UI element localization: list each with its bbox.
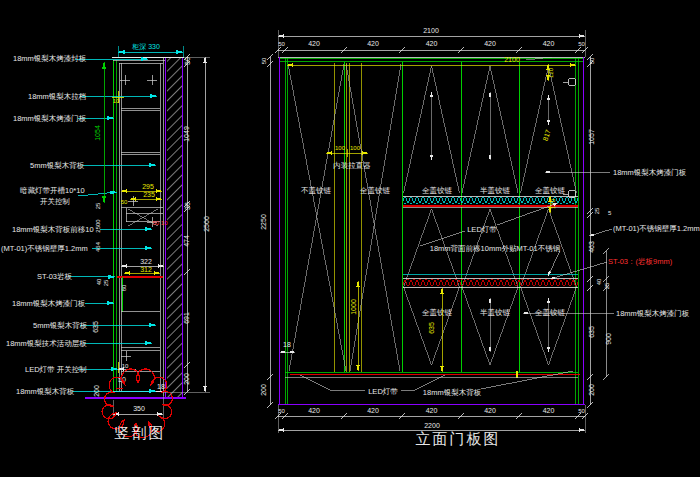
dim-bot-420-2: 420 [367, 407, 379, 414]
hinge-label-full-a: 全盖铰链 [360, 186, 391, 195]
dim-bottom-total: 2200 [424, 422, 440, 429]
hinge-label-full-b: 全盖铰链 [422, 186, 453, 195]
dim-200-elev-left: 200 [260, 384, 267, 396]
leader-label-6: 18mm银梨木背板前移10 [12, 225, 94, 234]
leader-label-10: 5mm银梨木背板 [33, 321, 88, 330]
dim-50-elev-right: 50 [589, 57, 595, 64]
led-bottom-label: LED灯带 [368, 387, 398, 396]
dim-350: 350 [133, 405, 145, 412]
dim-top-420-3: 420 [426, 40, 438, 47]
hinge-label-half-a: 半盖铰链 [480, 186, 511, 195]
dim-295: 295 [142, 183, 154, 190]
dim-100b: 100 [350, 145, 361, 151]
dim-50y: 50 [121, 199, 128, 205]
straightener-label: 内装拉直器 [333, 161, 371, 170]
dim-200-elev-right: 200 [588, 384, 595, 396]
dim-top-total: 2100 [423, 27, 439, 34]
dim-bot-50l: 50 [278, 408, 285, 414]
dim-322: 322 [140, 258, 152, 265]
dim-80: 80 [121, 284, 127, 291]
hinge-label-full-d: 全盖铰链 [422, 308, 453, 317]
dim-top-50r: 50 [578, 41, 585, 47]
dim-36: 36 [184, 202, 191, 210]
leader-label-9: 18mm银梨木烤漆门板 [12, 299, 86, 308]
st03-label: ST-03：(岩板9mm) [608, 257, 673, 266]
steel-back-label: 18mm背面前移10mm外贴MT-01不锈钢 [430, 244, 560, 253]
dim-bot-50r: 50 [578, 408, 585, 414]
dim-25b-elev: 25 [604, 282, 610, 289]
dim-635: 635 [92, 321, 99, 333]
door-label-b: 18mm银梨木烤漆门板 [616, 309, 690, 318]
leader-label-7: (MT-01)不锈钢壁厚1.2mm [1, 244, 88, 253]
dim-235: 235 [143, 191, 155, 198]
dim-635-yellow: 635 [428, 322, 435, 334]
dim-bot-420-3: 420 [426, 407, 438, 414]
leader-label-5: 开关控制 [40, 197, 70, 206]
dim-bot-420-5: 420 [543, 407, 555, 414]
dim-120-top: 120 [548, 67, 554, 78]
dim-18-elev: 18 [283, 341, 291, 348]
dim-top-420-1: 420 [308, 40, 320, 47]
dim-2500: 2500 [203, 216, 210, 232]
hinge-label-full-c: 全盖铰链 [535, 186, 566, 195]
dim-25: 25 [95, 202, 101, 209]
dim-10b: 10 [122, 363, 129, 369]
dim-312: 312 [140, 266, 152, 273]
leader-label-13: 18mm银梨木背板 [16, 387, 75, 396]
leader-label-8: ST-03岩板 [37, 272, 73, 281]
dim-top-420-5: 420 [543, 40, 555, 47]
dim-bot-420-1: 420 [308, 407, 320, 414]
dim-40: 40 [96, 278, 102, 285]
leader-label-11: 18mm银梨技术活动层板 [6, 339, 87, 348]
dim-50-10: 50 10 [152, 220, 168, 226]
dim-474: 474 [183, 235, 190, 247]
leader-label-0: 18mm银梨木烤漆封板 [13, 54, 87, 63]
dim-1054: 1054 [94, 125, 101, 141]
dim-691: 691 [183, 312, 190, 324]
hinge-label-half-b: 半盖铰链 [480, 308, 511, 317]
section-title: 竖剖图 [115, 424, 166, 441]
dim-200-right: 200 [183, 373, 190, 385]
dim-inner-2100: 2100 [504, 56, 520, 63]
dim-18: 18 [157, 383, 165, 390]
dim-10y: 10 [113, 98, 120, 104]
leader-label-12: LED灯带 开关控制 [25, 365, 87, 374]
dim-120-mid: 120 [550, 198, 556, 209]
dim-top-50l: 50 [278, 41, 285, 47]
leader-label-1: 18mm银梨木拉档 [28, 92, 86, 101]
dim-2500-inner: 2500 [95, 219, 101, 233]
dim-900: 900 [605, 333, 612, 345]
dim-100a: 100 [335, 145, 346, 151]
dim-2250: 2250 [260, 214, 267, 230]
dim-bot-420-4: 420 [484, 407, 496, 414]
dim-50-elev-left: 50 [261, 57, 267, 64]
leader-label-3: 5mm银梨木背板 [30, 161, 85, 170]
led-mid-label: LED灯带 [467, 225, 497, 234]
dim-1057: 1057 [588, 129, 595, 145]
dim-40-elev: 40 [596, 278, 602, 285]
elevation-title: 立面门板图 [416, 430, 501, 447]
dim-cabinet-depth: 柜深 330 [131, 43, 160, 51]
hinge-label-full-e: 全盖铰链 [535, 308, 566, 317]
dim-200-left: 200 [93, 385, 100, 397]
dim-top-420-2: 420 [367, 40, 379, 47]
dim-1049: 1049 [183, 126, 190, 142]
backboard-label: 18mm银梨木背板 [423, 388, 482, 397]
leader-label-2: 18mm银梨木烤漆门板 [13, 114, 87, 123]
dim-25-elev: 25 [594, 207, 600, 214]
dim-464: 464 [95, 241, 101, 252]
door-label-a: 18mm银梨木烤漆门板 [613, 168, 687, 177]
dim-635-elev: 635 [588, 326, 595, 338]
wall-hatch [167, 57, 183, 398]
dim-top-420-4: 420 [484, 40, 496, 47]
leader-label-4: 暗藏灯带开槽10*10 [20, 186, 85, 195]
dim-50-top: 50 [184, 57, 191, 65]
cad-canvas: 18mm银梨木烤漆封板 18mm银梨木拉档 18mm银梨木烤漆门板 5mm银梨木… [0, 0, 700, 477]
dim-25b: 25 [103, 279, 109, 286]
hinge-label-none: 不盖铰链 [301, 186, 332, 195]
dim-1000: 1000 [350, 299, 357, 315]
mt01-label: (MT-01)不锈钢壁厚1.2mm [613, 224, 700, 233]
dim-463: 463 [588, 241, 595, 253]
